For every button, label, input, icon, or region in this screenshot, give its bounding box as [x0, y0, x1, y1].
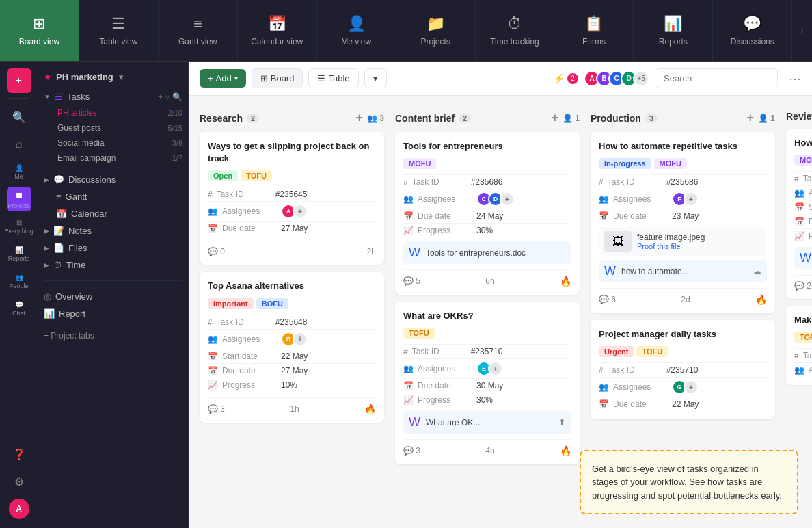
- sidebar-item-guest-posts[interactable]: Guest posts 5/15: [38, 120, 188, 135]
- chat-button[interactable]: 💬 Chat: [7, 296, 31, 321]
- sidebar-item-ph-articles[interactable]: PH articles 2/10: [38, 105, 188, 120]
- task-id-value2: #235648: [275, 317, 308, 327]
- assignees-avatars6: G +: [672, 380, 699, 395]
- nav-discussions[interactable]: 💬 Discussions: [713, 0, 792, 61]
- search-button[interactable]: 🔍: [7, 105, 31, 129]
- add-assignee-button2[interactable]: +: [293, 332, 308, 347]
- doc-name-automate: how to automate...: [621, 267, 689, 276]
- card-making-mistakes[interactable]: Making mistak... TOFU # Task ID 👥 Assign…: [786, 306, 812, 385]
- help-button[interactable]: ❓: [7, 442, 31, 466]
- doc-attachment-tools[interactable]: W Tools for entrepreneurs.doc: [403, 241, 571, 264]
- nav-projects[interactable]: 📁 Projects: [396, 0, 476, 61]
- due-date-value4: 30 May: [476, 381, 503, 391]
- more-views-button[interactable]: ▾: [364, 68, 387, 88]
- nav-forms[interactable]: 📋 Forms: [554, 0, 634, 61]
- card-row-progress3: 📈 Progress 30%: [403, 223, 571, 237]
- card-row-progress: 📈 Progress 10%: [208, 378, 376, 392]
- tasks-add-icon[interactable]: +: [158, 92, 163, 102]
- board-icon: ⊞: [260, 73, 268, 83]
- add-button[interactable]: + Add ▾: [200, 69, 246, 88]
- table-view-button[interactable]: ☰ Table: [308, 68, 358, 88]
- comments-count4: 💬 3: [403, 446, 420, 456]
- tag-tofu-pm: TOFU: [636, 346, 668, 357]
- discussions-label: Discussions: [68, 174, 116, 185]
- production-add-button[interactable]: +: [746, 111, 754, 125]
- avatar-stack: A B C D +5: [584, 70, 649, 87]
- main-content: + Add ▾ ⊞ Board ☰ Table ▾ ⚡ 2: [189, 62, 812, 528]
- nav-calendar-view[interactable]: 📅 Calendar view: [238, 0, 317, 61]
- tasks-header[interactable]: ▼ ☰ Tasks + ▿ 🔍: [38, 88, 188, 105]
- card-footer5: 💬 6 2d 🔥: [599, 288, 767, 305]
- file-link[interactable]: Proof this file: [637, 242, 705, 250]
- card-footer2: 💬 3 1h 🔥: [208, 397, 376, 414]
- tag-mofu: MOFU: [403, 158, 436, 169]
- time-header[interactable]: ▶ ⏱ Time: [38, 256, 188, 274]
- sidebar-item-social-media[interactable]: Social media 3/8: [38, 135, 188, 150]
- research-add-button[interactable]: +: [355, 111, 363, 125]
- gantt-header[interactable]: ≡ Gantt: [38, 188, 188, 205]
- tasks-search-icon[interactable]: 🔍: [172, 92, 182, 102]
- filter-icon[interactable]: ⚡: [553, 73, 565, 84]
- add-assignee-button5[interactable]: +: [684, 192, 699, 207]
- everything-button[interactable]: ⊟ Everything: [7, 214, 31, 239]
- people-button[interactable]: 👥 People: [7, 269, 31, 293]
- add-assignee-button[interactable]: +: [293, 204, 308, 219]
- content-brief-add-button[interactable]: +: [551, 111, 558, 125]
- add-button[interactable]: +: [7, 68, 31, 93]
- report-header[interactable]: 📊 Report: [38, 305, 188, 322]
- me-button[interactable]: 👤 Me: [7, 159, 31, 184]
- nav-table-view[interactable]: ☰ Table view: [79, 0, 159, 61]
- reports-button[interactable]: 📊 Reports: [7, 241, 31, 266]
- nav-reports[interactable]: 📊 Reports: [634, 0, 713, 61]
- overview-header[interactable]: ◎ Overview: [38, 288, 188, 305]
- card-tools-entrepreneurs[interactable]: Tools for entrepreneurs MOFU # Task ID #…: [395, 132, 580, 295]
- user-avatar[interactable]: A: [7, 497, 31, 521]
- nav-time-tracking[interactable]: ⏱ Time tracking: [476, 0, 555, 61]
- chevron-down-icon: ▾: [373, 73, 378, 83]
- home-button[interactable]: ⌂: [7, 132, 31, 157]
- add-assignee-button6[interactable]: +: [684, 380, 699, 395]
- comments-count: 💬 0: [208, 247, 225, 256]
- add-assignee-button3[interactable]: +: [500, 192, 515, 207]
- card-automate-tasks[interactable]: How to automate repetitive tasks In-prog…: [591, 132, 775, 313]
- card-pm-tasks[interactable]: Project manager daily tasks Urgent TOFU …: [591, 320, 775, 419]
- project-tabs-button[interactable]: + Project tabs: [44, 331, 94, 341]
- calendar-header[interactable]: 📅 Calendar: [38, 205, 188, 222]
- avatar-extra[interactable]: +5: [633, 70, 649, 87]
- sidebar-item-email-campaign[interactable]: Email campaign 1/7: [38, 150, 188, 166]
- progress-label: Progress: [222, 380, 277, 390]
- doc-attachment-okrs[interactable]: W What are OK... ⬆: [403, 411, 571, 434]
- content-brief-count: 2: [459, 114, 471, 123]
- projects-button[interactable]: ◼ Projects: [7, 187, 31, 211]
- assignees-label4: Assignees: [418, 364, 472, 373]
- nav-board-view[interactable]: ⊞ Board view: [0, 0, 79, 61]
- settings-button[interactable]: ⚙: [7, 469, 31, 494]
- nav-gantt-view[interactable]: ≡ Gantt view: [159, 0, 238, 61]
- files-header[interactable]: ▶ 📄 Files: [38, 239, 188, 256]
- discussions-header[interactable]: ▶ 💬 Discussions: [38, 171, 188, 188]
- search-input[interactable]: [655, 68, 778, 88]
- card-better-deadlines[interactable]: How to better deadlines as a MOFU # Task…: [786, 129, 812, 299]
- more-options-button[interactable]: ⋯: [789, 71, 801, 86]
- notes-header[interactable]: ▶ 📝 Notes: [38, 222, 188, 239]
- tasks-filter-icon[interactable]: ▿: [165, 92, 170, 102]
- board-view-button[interactable]: ⊞ Board: [252, 68, 303, 88]
- doc-attachment-dl[interactable]: W How to...: [794, 247, 812, 269]
- doc-attachment-automate[interactable]: W how to automate... ☁: [599, 260, 767, 282]
- card-row-duedate7: 📅 Due date: [794, 214, 812, 228]
- card-row-assignees4: 👥 Assignees E +: [403, 358, 571, 378]
- nav-scroll-right[interactable]: ›: [792, 0, 812, 61]
- progress-value: 10%: [281, 380, 297, 390]
- card-footer3: 💬 5 6h 🔥: [403, 269, 571, 287]
- card-top-asana[interactable]: Top Asana alternatives Important BOFU # …: [200, 272, 384, 422]
- tooltip-text: Get a bird's-eye view of tasks organized…: [592, 464, 782, 501]
- fire-icon3: 🔥: [560, 276, 571, 287]
- everything-icon: ⊟: [16, 219, 22, 226]
- add-assignee-button4[interactable]: +: [488, 361, 503, 376]
- research-count: 2: [247, 114, 259, 123]
- card-what-are-okrs[interactable]: What are OKRs? TOFU # Task ID #235710 👥 …: [395, 302, 580, 464]
- research-column: Research 2 + 👥 3 Ways to get a slipping …: [200, 107, 384, 517]
- project-header[interactable]: ★ PH marketing ▾: [38, 68, 188, 85]
- nav-me-view[interactable]: 👤 Me view: [317, 0, 396, 61]
- card-ways-to-get[interactable]: Ways to get a slipping project back on t…: [200, 132, 384, 265]
